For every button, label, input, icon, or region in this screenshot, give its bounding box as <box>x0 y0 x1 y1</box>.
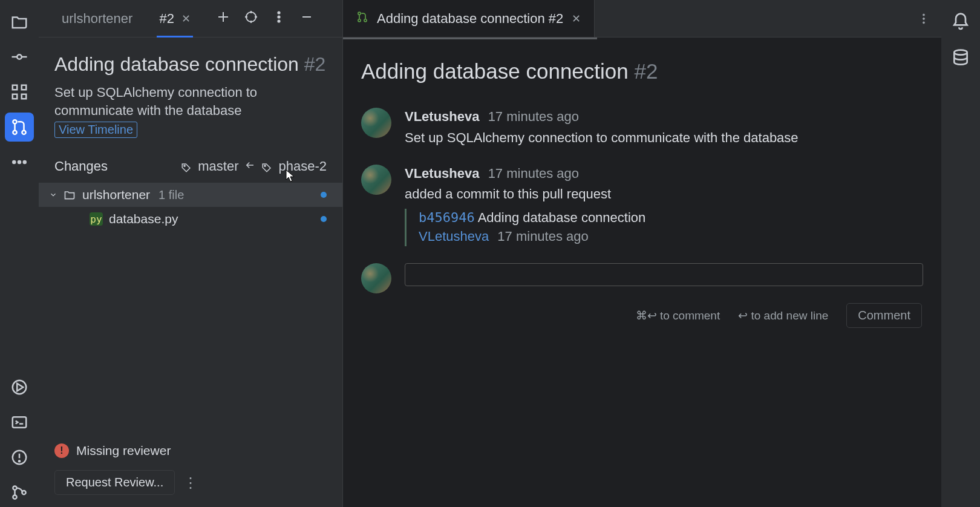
comment-author[interactable]: VLetusheva <box>405 109 480 124</box>
commit-message: Adding database connection <box>478 210 646 225</box>
comment-author[interactable]: VLetusheva <box>405 166 480 181</box>
svg-point-8 <box>13 131 16 134</box>
svg-point-0 <box>17 54 22 59</box>
structure-tool-icon[interactable] <box>5 77 34 106</box>
svg-rect-4 <box>22 85 27 90</box>
hint-newline: ↩ to add new line <box>738 309 828 322</box>
left-tool-rail <box>0 0 39 507</box>
tag-icon <box>261 161 272 172</box>
conversation-title: Adding database connection #2 <box>361 59 923 83</box>
comment-item: VLetusheva 17 minutes ago Set up SQLAlch… <box>361 108 923 148</box>
modified-dot-icon <box>321 192 327 198</box>
vcs-tool-icon[interactable] <box>5 478 34 507</box>
request-review-button[interactable]: Request Review... <box>54 470 175 495</box>
tag-icon <box>181 161 192 172</box>
svg-point-36 <box>364 19 367 21</box>
actions-kebab-icon[interactable]: ⋮ <box>183 474 199 491</box>
modified-dot-icon <box>321 216 327 222</box>
folder-icon <box>63 188 76 201</box>
editor-kebab-icon[interactable] <box>906 0 941 37</box>
comment-input[interactable] <box>405 263 923 286</box>
close-icon[interactable]: ✕ <box>181 12 191 25</box>
avatar[interactable] <box>361 108 391 138</box>
svg-point-34 <box>358 12 361 15</box>
svg-point-7 <box>13 120 16 123</box>
pull-request-icon <box>356 11 368 27</box>
svg-point-32 <box>278 20 279 22</box>
svg-point-10 <box>13 161 15 163</box>
kebab-icon[interactable] <box>272 10 286 27</box>
comment-time: 17 minutes ago <box>488 109 579 124</box>
hint-comment: ⌘↩ to comment <box>636 309 720 322</box>
commit-author[interactable]: VLetusheva <box>419 229 489 244</box>
problems-tool-icon[interactable] <box>5 443 34 472</box>
svg-point-43 <box>954 50 967 55</box>
tree-folder-row[interactable]: urlshortener 1 file <box>39 183 342 207</box>
svg-point-37 <box>923 14 925 16</box>
warning-icon: ! <box>54 443 69 458</box>
notifications-icon[interactable] <box>946 7 975 36</box>
commit-reference: b456946 Adding database connection VLetu… <box>405 209 923 246</box>
python-file-icon: py <box>90 212 103 226</box>
svg-rect-15 <box>13 417 27 428</box>
svg-point-31 <box>278 16 279 18</box>
editor-tabs: Adding database connection #2 ✕ <box>343 0 941 37</box>
svg-point-42 <box>264 165 266 166</box>
svg-point-25 <box>246 12 256 22</box>
add-icon[interactable] <box>216 10 230 27</box>
svg-rect-5 <box>13 94 18 99</box>
view-timeline-link[interactable]: View Timeline <box>54 122 137 138</box>
project-tab[interactable]: urlshortener <box>50 0 145 38</box>
reply-box <box>361 263 923 293</box>
svg-marker-13 <box>17 384 23 391</box>
pr-description: Set up SQLAlchemy connection to communic… <box>54 83 327 119</box>
database-tool-icon[interactable] <box>946 44 975 73</box>
comment-body: Set up SQLAlchemy connection to communic… <box>405 129 923 148</box>
folder-name: urlshortener <box>82 188 150 202</box>
comment-item: VLetusheva 17 minutes ago added a commit… <box>361 165 923 246</box>
event-body: added a commit to this pull request <box>405 185 923 204</box>
svg-point-9 <box>22 131 25 134</box>
editor-tab-label: Adding database connection #2 <box>377 11 563 27</box>
more-tool-icon[interactable] <box>5 148 34 177</box>
minimize-icon[interactable] <box>299 10 314 27</box>
changes-label: Changes <box>54 159 108 174</box>
tab-bar: urlshortener #2 ✕ Addin <box>39 0 941 38</box>
run-tool-icon[interactable] <box>5 373 34 402</box>
project-tool-icon[interactable] <box>5 7 34 36</box>
target-icon[interactable] <box>244 10 258 27</box>
conversation-pr-number: #2 <box>634 59 658 83</box>
svg-point-19 <box>19 460 20 462</box>
pr-number: #2 <box>304 53 326 75</box>
svg-point-38 <box>923 18 925 19</box>
svg-point-39 <box>923 21 925 23</box>
missing-reviewer-warning: ! Missing reviewer <box>54 443 327 458</box>
editor-tab-pr[interactable]: Adding database connection #2 ✕ <box>343 0 595 37</box>
pr-title: Adding database connection #2 <box>54 52 327 76</box>
close-icon[interactable]: ✕ <box>572 12 581 25</box>
project-tab-label: urlshortener <box>62 11 132 27</box>
commit-tool-icon[interactable] <box>5 42 34 71</box>
avatar[interactable] <box>361 165 391 195</box>
commit-time: 17 minutes ago <box>497 229 588 244</box>
source-branch[interactable]: phase-2 <box>278 159 327 174</box>
comment-button[interactable]: Comment <box>846 303 922 328</box>
arrow-left-icon <box>244 159 255 174</box>
svg-point-12 <box>24 161 26 163</box>
chevron-down-icon[interactable] <box>47 189 59 201</box>
avatar[interactable] <box>361 263 391 293</box>
terminal-tool-icon[interactable] <box>5 408 34 437</box>
right-tool-rail <box>941 0 980 507</box>
svg-point-21 <box>13 495 16 499</box>
target-branch[interactable]: master <box>198 159 238 174</box>
pr-tab[interactable]: #2 ✕ <box>147 0 202 38</box>
branch-compare: master phase-2 <box>181 159 327 174</box>
tree-file-row[interactable]: py database.py <box>39 207 342 231</box>
folder-meta: 1 file <box>158 188 184 202</box>
svg-point-35 <box>358 19 361 21</box>
svg-rect-6 <box>22 94 27 99</box>
pr-sidebar: Adding database connection #2 Set up SQL… <box>39 38 343 507</box>
pull-requests-tool-icon[interactable] <box>5 113 34 142</box>
commit-hash[interactable]: b456946 <box>419 210 475 225</box>
pr-tab-label: #2 <box>159 11 174 27</box>
